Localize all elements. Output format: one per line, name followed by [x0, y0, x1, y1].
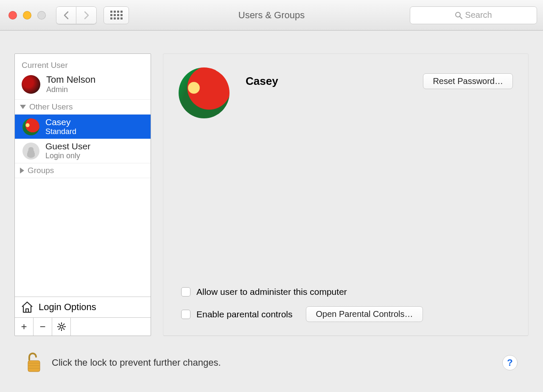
close-window-button[interactable]: [8, 11, 17, 20]
search-icon: [455, 11, 462, 19]
show-all-prefs-button[interactable]: [104, 6, 129, 24]
user-role: Admin: [46, 85, 95, 94]
home-icon: [21, 301, 34, 313]
avatar: [22, 118, 39, 135]
parental-checkbox-row: Enable parental controls Open Parental C…: [181, 306, 513, 322]
remove-user-button[interactable]: −: [34, 318, 52, 336]
sidebar-spacer: [15, 178, 151, 297]
user-detail-pane: Casey Reset Password… Allow user to admi…: [163, 53, 529, 336]
admin-checkbox-label: Allow user to administer this computer: [196, 287, 347, 297]
user-sidebar: Current User Tom Nelson Admin Other User…: [14, 53, 151, 336]
user-name: Casey: [45, 117, 76, 127]
window-title: Users & Groups: [238, 10, 305, 21]
svg-line-10: [59, 328, 60, 330]
footer: Click the lock to prevent further change…: [0, 348, 543, 378]
svg-rect-11: [28, 361, 40, 372]
sidebar-action-bar: + −: [15, 317, 151, 336]
avatar: [22, 143, 39, 160]
unlocked-lock-icon[interactable]: [25, 352, 42, 373]
sidebar-user-casey[interactable]: Casey Standard: [15, 115, 151, 139]
window-controls: [8, 11, 46, 20]
login-options-label: Login Options: [39, 302, 96, 313]
disclosure-triangle-down-icon: [20, 105, 26, 109]
svg-line-7: [59, 324, 60, 325]
user-picture[interactable]: [179, 67, 230, 118]
chevron-left-icon: [63, 11, 69, 20]
user-role: Standard: [45, 127, 76, 136]
lock-text: Click the lock to prevent further change…: [52, 357, 221, 368]
sidebar-user-guest[interactable]: Guest User Login only: [15, 139, 151, 163]
open-parental-controls-button[interactable]: Open Parental Controls…: [306, 306, 423, 322]
nav-buttons: [56, 6, 97, 24]
groups-header[interactable]: Groups: [15, 163, 151, 178]
add-user-button[interactable]: +: [15, 318, 34, 336]
help-button[interactable]: ?: [502, 355, 518, 370]
avatar: [22, 75, 40, 94]
selected-user-name: Casey: [246, 75, 278, 88]
user-role: Login only: [45, 151, 90, 160]
groups-label: Groups: [28, 166, 54, 175]
help-icon: ?: [507, 357, 512, 368]
content-area: Current User Tom Nelson Admin Other User…: [0, 31, 543, 348]
minimize-window-button[interactable]: [23, 11, 31, 20]
pane-options: Allow user to administer this computer E…: [179, 287, 513, 322]
svg-line-1: [460, 17, 462, 19]
current-user-row[interactable]: Tom Nelson Admin: [15, 73, 151, 99]
svg-line-8: [63, 328, 64, 330]
parental-checkbox[interactable]: [181, 310, 190, 319]
svg-line-9: [63, 324, 64, 325]
disclosure-triangle-right-icon: [20, 168, 24, 174]
admin-checkbox[interactable]: [181, 287, 190, 297]
back-button[interactable]: [56, 6, 76, 24]
svg-point-2: [60, 325, 63, 328]
admin-checkbox-row: Allow user to administer this computer: [181, 287, 513, 297]
grid-icon: [110, 11, 123, 20]
search-input[interactable]: Search: [410, 6, 537, 24]
login-options-row[interactable]: Login Options: [15, 297, 151, 317]
zoom-window-button[interactable]: [37, 11, 46, 20]
forward-button[interactable]: [76, 6, 97, 24]
pane-header: Casey Reset Password…: [179, 67, 513, 118]
other-users-header[interactable]: Other Users: [15, 99, 151, 115]
titlebar: Users & Groups Search: [0, 0, 543, 31]
chevron-right-icon: [84, 11, 90, 20]
action-menu-button[interactable]: [52, 318, 71, 336]
search-placeholder: Search: [465, 10, 492, 20]
user-name: Guest User: [45, 141, 90, 151]
user-name: Tom Nelson: [46, 74, 95, 85]
other-users-label: Other Users: [29, 102, 73, 112]
current-user-label: Current User: [15, 54, 151, 73]
gear-icon: [57, 322, 66, 331]
reset-password-button[interactable]: Reset Password…: [423, 73, 513, 89]
parental-checkbox-label: Enable parental controls: [196, 309, 292, 319]
